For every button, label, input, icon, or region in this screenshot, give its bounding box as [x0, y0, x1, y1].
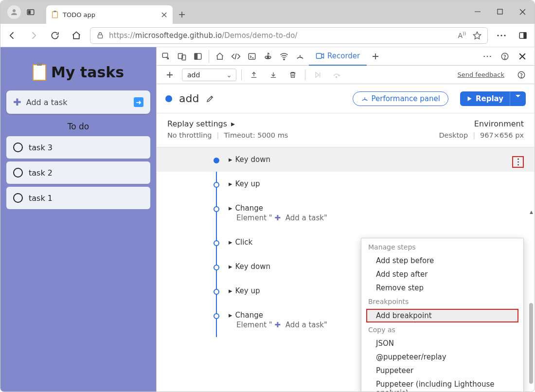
- ctx-copy-puppeteer-replay[interactable]: @puppeteer/replay: [361, 350, 523, 364]
- edit-icon[interactable]: [206, 94, 214, 103]
- ctx-copy-puppeteer-lighthouse[interactable]: Puppeteer (including Lighthouse analysis…: [361, 377, 523, 392]
- svg-rect-17: [249, 53, 255, 59]
- import-icon[interactable]: [266, 68, 281, 82]
- site-info-icon[interactable]: [96, 32, 104, 39]
- recorder-tab[interactable]: Recorder: [309, 47, 367, 66]
- back-button[interactable]: [4, 28, 20, 43]
- close-window-button[interactable]: [518, 7, 527, 16]
- throttling-value: No throttling: [167, 131, 212, 139]
- chevron-down-icon: ⌄: [226, 71, 232, 79]
- svg-point-22: [487, 55, 488, 57]
- profile-icon[interactable]: [7, 5, 21, 19]
- step-title: Key down: [235, 262, 270, 271]
- scrollbar[interactable]: ▲: [528, 210, 534, 392]
- ctx-remove-step[interactable]: Remove step: [361, 281, 523, 295]
- checkbox-icon[interactable]: [13, 193, 23, 203]
- devtools-close-icon[interactable]: [515, 49, 530, 64]
- tab-title: TODO app: [63, 11, 156, 18]
- svg-point-8: [500, 35, 502, 36]
- favorite-icon[interactable]: [473, 31, 482, 40]
- step-title: Key down: [235, 155, 270, 164]
- svg-point-0: [13, 9, 16, 12]
- dock-icon[interactable]: [191, 49, 205, 64]
- recorder-tab-label: Recorder: [327, 52, 360, 60]
- console-tab-icon[interactable]: [245, 49, 259, 64]
- step-context-menu: Manage steps Add step before Add step af…: [361, 238, 524, 392]
- environment-label: Environment: [474, 119, 524, 128]
- send-feedback-link[interactable]: Send feedback: [457, 71, 504, 78]
- delete-icon[interactable]: [285, 68, 300, 82]
- step-row[interactable]: ▸Change Element " ✚ Add a task": [157, 196, 535, 230]
- window-titlebar: TODO app: [0, 0, 535, 24]
- svg-point-29: [517, 159, 519, 160]
- ctx-header-breakpoints: Breakpoints: [361, 295, 523, 308]
- list-item[interactable]: task 2: [6, 161, 150, 184]
- ctx-add-breakpoint[interactable]: Add breakpoint: [366, 309, 518, 322]
- elements-tab-icon[interactable]: [229, 49, 243, 64]
- list-item[interactable]: task 3: [6, 136, 150, 159]
- new-recording-button[interactable]: [162, 68, 177, 82]
- minimize-button[interactable]: [473, 7, 482, 16]
- recording-selector[interactable]: add ⌄: [182, 69, 236, 81]
- replay-more-button[interactable]: [510, 91, 526, 106]
- refresh-button[interactable]: [47, 28, 63, 43]
- step-subtitle: Element " ✚ Add a task": [229, 214, 535, 222]
- read-aloud-icon[interactable]: A)): [458, 31, 466, 39]
- performance-panel-button[interactable]: Performance panel: [353, 91, 448, 106]
- ctx-add-step-before[interactable]: Add step before: [361, 254, 523, 267]
- step-over-icon: [330, 68, 344, 82]
- help-icon[interactable]: [498, 49, 512, 64]
- svg-point-30: [517, 161, 519, 163]
- devtools-more-icon[interactable]: [480, 49, 495, 64]
- submit-arrow-icon[interactable]: ➜: [134, 97, 143, 107]
- perf-panel-label: Performance panel: [372, 94, 440, 103]
- step-title: Key up: [235, 286, 260, 295]
- more-tabs-button[interactable]: [368, 49, 383, 64]
- replay-button[interactable]: Replay: [460, 91, 510, 106]
- sources-tab-icon[interactable]: [261, 49, 275, 64]
- replay-settings-toggle[interactable]: Replay settings ▸: [167, 119, 288, 128]
- checkbox-icon[interactable]: [13, 168, 23, 178]
- home-button[interactable]: [69, 28, 84, 43]
- inspect-icon[interactable]: [159, 49, 173, 64]
- device-toggle-icon[interactable]: [175, 49, 189, 64]
- task-label: task 2: [29, 168, 53, 178]
- address-bar[interactable]: https://microsoftedge.github.io/Demos/de…: [90, 27, 488, 44]
- caret-right-icon: ▸: [231, 119, 235, 128]
- performance-tab-icon[interactable]: [293, 49, 307, 64]
- welcome-tab-icon[interactable]: [213, 49, 227, 64]
- step-row[interactable]: ▸Key down: [157, 147, 535, 172]
- browser-tab[interactable]: TODO app: [46, 5, 173, 24]
- close-tab-icon[interactable]: [160, 11, 168, 18]
- svg-rect-12: [162, 53, 168, 57]
- ctx-copy-puppeteer[interactable]: Puppeteer: [361, 364, 523, 377]
- add-task-input[interactable]: ✚ Add a task ➜: [6, 90, 150, 114]
- ctx-copy-json[interactable]: JSON: [361, 337, 523, 350]
- maximize-button[interactable]: [496, 7, 504, 16]
- checkbox-icon[interactable]: [13, 143, 23, 152]
- export-icon[interactable]: [247, 68, 261, 82]
- forward-button: [26, 28, 41, 43]
- svg-point-21: [483, 55, 485, 57]
- menu-button[interactable]: [494, 28, 509, 43]
- svg-rect-5: [498, 9, 502, 14]
- sidebar-toggle-icon[interactable]: [515, 28, 531, 43]
- svg-point-18: [268, 56, 269, 58]
- devtools-toolbar: Recorder: [157, 47, 535, 66]
- step-row[interactable]: ▸Key up: [157, 172, 535, 196]
- add-task-placeholder: Add a task: [26, 98, 68, 107]
- plus-icon: ✚: [13, 96, 21, 108]
- ctx-add-step-after[interactable]: Add step after: [361, 267, 523, 281]
- recorder-help-icon[interactable]: [514, 68, 529, 82]
- network-tab-icon[interactable]: [277, 49, 291, 64]
- step-title: Change: [235, 204, 263, 213]
- svg-point-26: [336, 76, 337, 77]
- recording-name: add: [179, 92, 199, 105]
- list-item[interactable]: task 1: [6, 187, 150, 209]
- recording-selector-value: add: [187, 71, 200, 79]
- continue-icon: [310, 68, 325, 82]
- new-tab-button[interactable]: [173, 5, 191, 24]
- tab-actions-icon[interactable]: [24, 5, 37, 19]
- devtools-panel: Recorder add ⌄ Send feedback: [156, 47, 535, 392]
- step-more-button[interactable]: [512, 156, 524, 168]
